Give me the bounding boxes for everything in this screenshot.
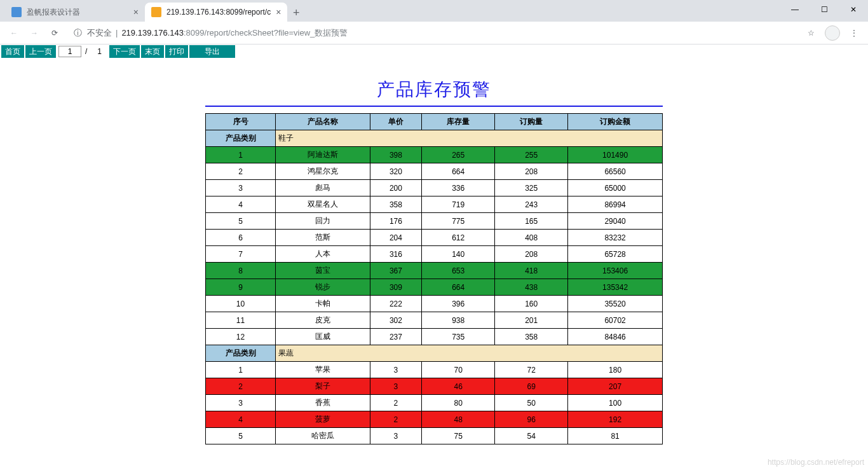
table-cell: 735 xyxy=(422,329,495,345)
forward-button[interactable]: → xyxy=(25,24,43,42)
table-cell: 135342 xyxy=(568,279,663,296)
profile-avatar[interactable] xyxy=(825,25,840,41)
table-cell: 2 xyxy=(370,411,421,428)
table-row: 5哈密瓜3755481 xyxy=(206,428,663,444)
table-row: 5回力17677516529040 xyxy=(206,213,663,230)
table-cell: 320 xyxy=(370,163,421,180)
table-cell: 81 xyxy=(568,428,663,444)
insecure-icon: ⓘ xyxy=(74,27,82,39)
table-row: 12匡威23773535884846 xyxy=(206,329,663,345)
back-button[interactable]: ← xyxy=(5,24,23,42)
table-cell: 72 xyxy=(495,362,568,378)
menu-icon[interactable]: ⋮ xyxy=(845,24,863,42)
tab-active[interactable]: 219.139.176.143:8099/report/c × xyxy=(145,3,287,22)
table-row: 3香蕉28050100 xyxy=(206,395,663,411)
export-button[interactable]: 导出 xyxy=(189,45,235,58)
table-cell: 彪马 xyxy=(276,180,370,196)
category-label: 产品类别 xyxy=(206,130,276,147)
table-cell: 5 xyxy=(206,213,276,230)
table-cell: 612 xyxy=(422,230,495,246)
maximize-icon[interactable]: ☐ xyxy=(810,0,839,19)
report-table: 序号产品名称单价库存量订购量订购金额 产品类别鞋子1阿迪达斯3982652551… xyxy=(205,113,663,444)
next-page-button[interactable]: 下一页 xyxy=(109,45,140,58)
table-cell: 336 xyxy=(422,180,495,196)
table-cell: 匡威 xyxy=(276,329,370,345)
tab-title: 盈帆报表设计器 xyxy=(27,7,128,18)
table-cell: 2 xyxy=(206,163,276,180)
reload-button[interactable]: ⟳ xyxy=(46,24,64,42)
table-cell: 153406 xyxy=(568,263,663,279)
minimize-icon[interactable]: — xyxy=(780,0,810,19)
print-button[interactable]: 打印 xyxy=(165,45,188,58)
table-cell: 86994 xyxy=(568,196,663,213)
table-cell: 358 xyxy=(370,196,421,213)
window-controls: — ☐ ✕ xyxy=(780,0,868,19)
favicon-icon xyxy=(11,7,22,17)
table-row: 7人本31614020865728 xyxy=(206,246,663,263)
new-tab-button[interactable]: + xyxy=(287,4,305,22)
table-cell: 2 xyxy=(206,378,276,395)
table-cell: 438 xyxy=(495,279,568,296)
table-cell: 201 xyxy=(495,312,568,329)
table-cell: 8 xyxy=(206,263,276,279)
table-cell: 梨子 xyxy=(276,378,370,395)
table-cell: 255 xyxy=(495,147,568,163)
table-cell: 65000 xyxy=(568,180,663,196)
table-row: 10卡帕22239616035520 xyxy=(206,296,663,312)
table-cell: 309 xyxy=(370,279,421,296)
table-cell: 316 xyxy=(370,246,421,263)
close-icon[interactable]: × xyxy=(276,7,281,17)
table-cell: 75 xyxy=(422,428,495,444)
table-header-row: 序号产品名称单价库存量订购量订购金额 xyxy=(206,114,663,130)
page-total: 1 xyxy=(91,47,108,56)
table-cell: 200 xyxy=(370,180,421,196)
table-cell: 664 xyxy=(422,163,495,180)
close-icon[interactable]: × xyxy=(133,7,139,17)
table-cell: 204 xyxy=(370,230,421,246)
table-cell: 69 xyxy=(495,378,568,395)
table-cell: 11 xyxy=(206,312,276,329)
prev-page-button[interactable]: 上一页 xyxy=(25,45,56,58)
table-cell: 人本 xyxy=(276,246,370,263)
last-page-button[interactable]: 末页 xyxy=(141,45,164,58)
table-cell: 12 xyxy=(206,329,276,345)
column-header: 序号 xyxy=(206,114,276,130)
tab-inactive[interactable]: 盈帆报表设计器 × xyxy=(5,3,145,22)
table-cell: 208 xyxy=(495,246,568,263)
table-cell: 938 xyxy=(422,312,495,329)
table-cell: 双星名人 xyxy=(276,196,370,213)
star-icon[interactable]: ☆ xyxy=(802,24,820,42)
table-row: 2梨子34669207 xyxy=(206,378,663,395)
url-text: 219.139.176.143:8099/report/checkSheet?f… xyxy=(121,27,348,39)
report-viewport[interactable]: 产品库存预警 序号产品名称单价库存量订购量订购金额 产品类别鞋子1阿迪达斯398… xyxy=(0,59,868,468)
table-cell: 54 xyxy=(495,428,568,444)
table-cell: 1 xyxy=(206,147,276,163)
table-cell: 60702 xyxy=(568,312,663,329)
report-toolbar: 首页 上一页 / 1 下一页 末页 打印 导出 xyxy=(0,45,868,59)
table-row: 3彪马20033632565000 xyxy=(206,180,663,196)
table-cell: 207 xyxy=(568,378,663,395)
page-input[interactable] xyxy=(58,46,81,57)
table-row: 8茵宝367653418153406 xyxy=(206,263,663,279)
table-cell: 卡帕 xyxy=(276,296,370,312)
table-cell: 265 xyxy=(422,147,495,163)
table-cell: 208 xyxy=(495,163,568,180)
table-cell: 菠萝 xyxy=(276,411,370,428)
table-cell: 176 xyxy=(370,213,421,230)
table-cell: 回力 xyxy=(276,213,370,230)
table-cell: 83232 xyxy=(568,230,663,246)
category-row: 产品类别果蔬 xyxy=(206,345,663,362)
table-cell: 84846 xyxy=(568,329,663,345)
first-page-button[interactable]: 首页 xyxy=(1,45,24,58)
table-row: 2鸿星尔克32066420866560 xyxy=(206,163,663,180)
close-window-icon[interactable]: ✕ xyxy=(839,0,868,19)
table-cell: 35520 xyxy=(568,296,663,312)
table-cell: 6 xyxy=(206,230,276,246)
watermark: https://blog.csdn.net/efreport xyxy=(768,458,864,467)
url-field[interactable]: ⓘ 不安全 | 219.139.176.143:8099/report/chec… xyxy=(66,24,799,42)
table-cell: 皮克 xyxy=(276,312,370,329)
table-cell: 3 xyxy=(370,428,421,444)
table-cell: 茵宝 xyxy=(276,263,370,279)
table-row: 4双星名人35871924386994 xyxy=(206,196,663,213)
table-cell: 4 xyxy=(206,196,276,213)
